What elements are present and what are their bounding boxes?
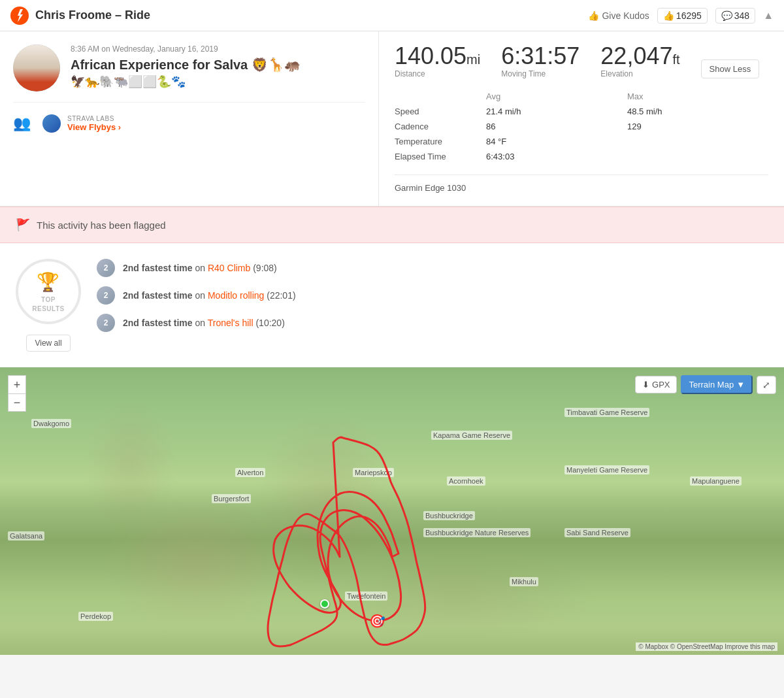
download-icon: ⬇ [642, 380, 649, 390]
segment-link[interactable]: Tronel's hill [208, 318, 253, 328]
chevron-up-icon[interactable]: ▲ [763, 10, 774, 22]
trophy-badge: 🏆 TOP RESULTS [16, 259, 81, 324]
moving-time-value: 6:31:57 [501, 44, 580, 68]
stats-row: 140.05mi Distance 6:31:57 Moving Time 22… [395, 44, 768, 78]
map-place-label: Dwakgomo [31, 419, 71, 428]
flag-icon: 🚩 [16, 218, 30, 232]
strava-labs-label: STRAVA LABS [67, 115, 121, 122]
result-text: 2nd fastest time on Moditlo rolling (22:… [123, 290, 296, 301]
activity-title: African Experience for Salva 🦁🦒🦛 [71, 56, 365, 73]
fullscreen-button[interactable]: ⤢ [757, 376, 776, 394]
avatar [13, 44, 60, 91]
map-place-label: Manyeleti Game Reserve [564, 465, 649, 474]
top-results-section: 🏆 TOP RESULTS View all 2 2nd fastest tim… [0, 243, 784, 367]
map-place-label: Bushbuckridge [423, 511, 475, 520]
start-marker [320, 599, 329, 608]
map-attribution: © Mapbox © OpenStreetMap Improve this ma… [636, 642, 777, 651]
elevation-label: Elevation [600, 69, 679, 78]
stat-row-avg: 84 °F [486, 134, 627, 149]
moving-time-stat: 6:31:57 Moving Time [501, 44, 580, 78]
stat-col-max: Max [627, 89, 768, 104]
stat-row-max: 48.5 mi/h [627, 104, 768, 119]
elevation-value: 22,047ft [600, 44, 679, 68]
dropdown-arrow-icon: ▼ [736, 380, 745, 390]
table-row: Speed 21.4 mi/h 48.5 mi/h [395, 104, 768, 119]
table-row: Cadence 86 129 [395, 119, 768, 134]
comment-icon: 💬 [721, 10, 732, 21]
stat-row-max [627, 134, 768, 149]
group-icon: 👥 [13, 115, 31, 132]
terrain-overlay [0, 367, 784, 655]
left-panel: 8:36 AM on Wednesday, January 16, 2019 A… [0, 31, 379, 206]
map-place-label: Acornhoek [447, 476, 485, 486]
map-place-label: Galatsana [8, 531, 44, 540]
terrain-map-button[interactable]: Terrain Map ▼ [681, 375, 753, 394]
kudos-count-badge: 👍 16295 [657, 8, 708, 24]
kudos-icon: 👍 [588, 10, 599, 21]
flyby-info: STRAVA LABS View Flybys › [67, 115, 121, 132]
view-all-button[interactable]: View all [26, 335, 70, 352]
map-place-label: Timbavati Game Reserve [564, 408, 649, 417]
top-section: 8:36 AM on Wednesday, January 16, 2019 A… [0, 31, 784, 207]
stat-row-label: Elapsed Time [395, 149, 486, 164]
map-place-label: Mariepskop [353, 468, 394, 477]
map-place-label: Bushbuckridge Nature Reserves [423, 528, 531, 537]
results-list: 2 2nd fastest time on R40 Climb (9:08) 2… [97, 259, 768, 332]
stat-row-label: Temperature [395, 134, 486, 149]
activity-emojis: 🦅🐆🐘🐃⬜⬜🐍🐾 [71, 75, 365, 89]
flyby-avatar [41, 113, 62, 134]
result-item: 2 2nd fastest time on R40 Climb (9:08) [97, 259, 768, 277]
map-place-label: Burgersfort [212, 494, 251, 503]
activity-info: 8:36 AM on Wednesday, January 16, 2019 A… [71, 44, 365, 89]
stat-row-max: 129 [627, 119, 768, 134]
medal-icon: 2 [97, 286, 115, 305]
map-section: Timbavati Game ReserveKapama Game Reserv… [0, 367, 784, 655]
map-place-label: Perdekop [78, 612, 113, 621]
stat-col-avg: Avg [486, 89, 627, 104]
gpx-download-button[interactable]: ⬇ GPX [635, 376, 677, 393]
map-place-label: Mikhulu [510, 577, 538, 586]
stats-table: Avg Max Speed 21.4 mi/h 48.5 mi/h Cadenc… [395, 89, 768, 164]
map-place-label: Alverton [235, 468, 265, 477]
flag-text: This activity has been flagged [37, 220, 166, 231]
stat-row-label: Cadence [395, 119, 486, 134]
stat-col-empty [395, 89, 486, 104]
segment-link[interactable]: R40 Climb [208, 263, 250, 273]
distance-value: 140.05mi [395, 44, 480, 68]
map-place-label: Kapama Game Reserve [431, 431, 512, 440]
table-row: Temperature 84 °F [395, 134, 768, 149]
strava-logo [10, 7, 29, 25]
medal-icon: 2 [97, 259, 115, 277]
zoom-out-button[interactable]: − [8, 393, 26, 412]
elevation-stat: 22,047ft Elevation [600, 44, 679, 78]
stat-row-avg: 6:43:03 [486, 149, 627, 164]
flag-banner: 🚩 This activity has been flagged [0, 207, 784, 243]
map-background: Timbavati Game ReserveKapama Game Reserv… [0, 367, 784, 655]
show-less-button[interactable]: Show Less [701, 59, 760, 78]
result-item: 2 2nd fastest time on Moditlo rolling (2… [97, 286, 768, 305]
result-item: 2 2nd fastest time on Tronel's hill (10:… [97, 314, 768, 332]
table-row: Elapsed Time 6:43:03 [395, 149, 768, 164]
flyby-section: 👥 STRAVA LABS View Flybys › [13, 102, 365, 134]
stat-row-avg: 86 [486, 119, 627, 134]
page-title: Chris Froome – Ride [35, 8, 588, 22]
medal-icon: 2 [97, 314, 115, 332]
trophy-badge-label: TOP RESULTS [32, 295, 64, 314]
zoom-in-button[interactable]: + [8, 375, 26, 393]
header-bar: Chris Froome – Ride 👍 Give Kudos 👍 16295… [0, 0, 784, 31]
header-actions: 👍 Give Kudos 👍 16295 💬 348 ▲ [588, 8, 774, 24]
map-place-label: Sabi Sand Reserve [564, 528, 630, 537]
distance-label: Distance [395, 69, 480, 78]
result-text: 2nd fastest time on Tronel's hill (10:20… [123, 318, 285, 328]
thumbs-up-icon: 👍 [663, 10, 674, 21]
give-kudos-button[interactable]: 👍 Give Kudos [588, 10, 649, 21]
map-controls: + − [8, 375, 26, 412]
result-time: (22:01) [267, 290, 295, 301]
right-panel: 140.05mi Distance 6:31:57 Moving Time 22… [379, 31, 784, 206]
segment-link[interactable]: Moditlo rolling [208, 290, 264, 301]
result-time: (9:08) [253, 263, 277, 273]
view-flybys-link[interactable]: View Flybys › [67, 122, 121, 132]
activity-datetime: 8:36 AM on Wednesday, January 16, 2019 [71, 44, 365, 54]
activity-meta: 8:36 AM on Wednesday, January 16, 2019 A… [13, 44, 365, 91]
moving-time-label: Moving Time [501, 69, 580, 78]
